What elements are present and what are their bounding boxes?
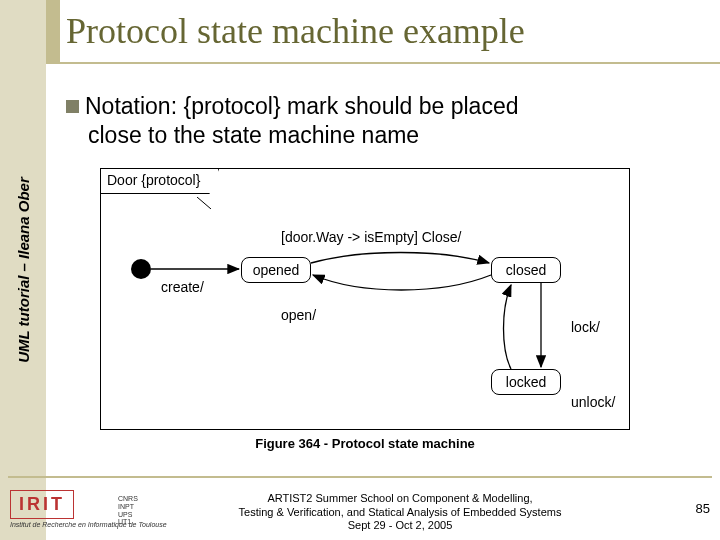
logo-subtitle: Institut de Recherche en Informatique de… [10,521,190,528]
tab-leader-line [197,197,211,209]
svg-line-0 [197,197,211,209]
title-accent [46,0,60,62]
footer-line1: ARTIST2 Summer School on Component & Mod… [200,492,600,505]
label-create: create/ [161,279,204,295]
state-closed: closed [491,257,561,283]
label-lock: lock/ [571,319,600,335]
label-unlock: unlock/ [571,394,615,410]
sidebar: UML tutorial – Ileana Ober [0,0,46,540]
title-underline [46,62,720,64]
bullet-protocol: {protocol} [183,93,280,119]
bullet-icon [66,100,79,113]
footer-text: ARTIST2 Summer School on Component & Mod… [200,492,600,532]
diagram-tab: Door {protocol} [100,168,219,194]
bullet-line1c: mark should be placed [281,93,519,119]
state-locked: locked [491,369,561,395]
affil-ups: UPS [118,511,138,519]
bullet-line1a: Notation: [85,93,183,119]
affil-cnrs: CNRS [118,495,138,503]
figure-caption: Figure 364 - Protocol state machine [100,436,630,451]
footer: IRIT Institut de Recherche en Informatiq… [0,480,720,540]
state-diagram: Door {protocol} opened closed locked cre… [100,168,630,430]
label-guard: [door.Way -> isEmpty] Close/ [281,229,461,245]
affil-inpt: INPT [118,503,138,511]
sidebar-label: UML tutorial – Ileana Ober [15,177,32,363]
bullet-line2: close to the state machine name [66,121,696,150]
affil-ut1: UT1 [118,518,138,526]
irit-logo: IRIT Institut de Recherche en Informatiq… [10,490,190,526]
footer-line2: Testing & Verification, and Statical Ana… [200,506,600,519]
logo-affiliations: CNRS INPT UPS UT1 [118,495,138,526]
logo-text: IRIT [10,490,74,519]
state-opened: opened [241,257,311,283]
footer-divider [8,476,712,478]
title-row: Protocol state machine example [46,0,720,62]
bullet-text: Notation: {protocol} mark should be plac… [66,92,696,150]
label-open: open/ [281,307,316,323]
page-number: 85 [696,501,710,516]
slide-title: Protocol state machine example [60,10,525,52]
initial-state-icon [131,259,151,279]
footer-line3: Sept 29 - Oct 2, 2005 [200,519,600,532]
